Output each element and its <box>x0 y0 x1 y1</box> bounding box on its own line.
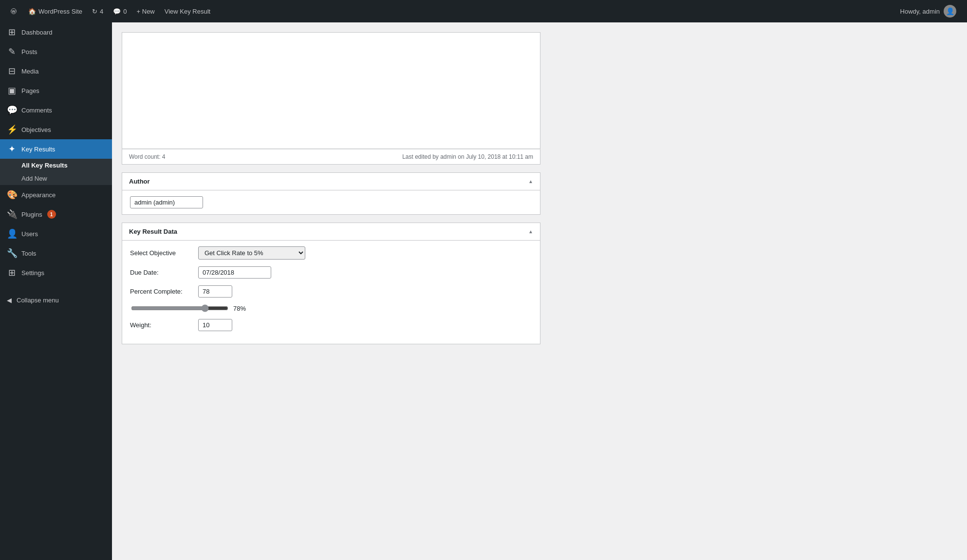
author-panel-title: Author <box>129 178 150 185</box>
key-result-data-title: Key Result Data <box>129 228 177 235</box>
home-icon: 🏠 <box>28 8 36 15</box>
wp-logo[interactable]: W <box>6 3 21 19</box>
percent-complete-label: Percent Complete: <box>130 288 193 295</box>
updates-link[interactable]: ↻ 4 <box>87 0 108 22</box>
admin-bar: W 🏠 WordPress Site ↻ 4 💬 0 + New View Ke… <box>0 0 967 22</box>
due-date-label: Due Date: <box>130 269 193 276</box>
weight-row: Weight: <box>130 319 532 331</box>
main-layout: ⊞ Dashboard ✎ Posts ⊟ Media ▣ Pages 💬 Co… <box>0 22 967 560</box>
sidebar-item-media[interactable]: ⊟ Media <box>0 61 112 81</box>
weight-label: Weight: <box>130 321 193 329</box>
media-icon: ⊟ <box>7 66 17 76</box>
key-results-icon: ✦ <box>7 144 17 154</box>
weight-input[interactable] <box>198 319 232 331</box>
site-name[interactable]: 🏠 WordPress Site <box>23 0 87 22</box>
slider-percent-label: 78% <box>233 305 246 312</box>
author-panel-header: Author ▲ <box>122 173 540 190</box>
key-results-submenu: All Key Results Add New <box>0 159 112 185</box>
objectives-icon: ⚡ <box>7 124 17 135</box>
author-panel: Author ▲ admin (admin) <box>122 172 540 215</box>
dashboard-icon: ⊞ <box>7 27 17 37</box>
author-panel-toggle[interactable]: ▲ <box>528 179 533 184</box>
sidebar-item-users[interactable]: 👤 Users <box>0 224 112 243</box>
pages-icon: ▣ <box>7 85 17 96</box>
posts-icon: ✎ <box>7 46 17 57</box>
tools-icon: 🔧 <box>7 248 17 259</box>
slider-container: 78% <box>130 304 532 312</box>
view-key-result-link[interactable]: View Key Result <box>160 0 215 22</box>
comments-nav-icon: 💬 <box>7 105 17 115</box>
objective-select[interactable]: Get Click Rate to 5% <box>198 246 305 260</box>
users-icon: 👤 <box>7 228 17 239</box>
sidebar-item-appearance[interactable]: 🎨 Appearance <box>0 185 112 205</box>
sidebar-item-comments[interactable]: 💬 Comments <box>0 100 112 120</box>
sidebar-item-key-results[interactable]: ✦ Key Results <box>0 139 112 159</box>
percent-complete-row: Percent Complete: <box>130 285 532 298</box>
sidebar-item-tools[interactable]: 🔧 Tools <box>0 243 112 263</box>
last-edited: Last edited by admin on July 10, 2018 at… <box>402 153 533 160</box>
editor-area[interactable] <box>122 32 540 149</box>
svg-text:W: W <box>12 9 16 14</box>
admin-user-menu[interactable]: Howdy, admin 👤 <box>895 5 961 18</box>
objective-label: Select Objective <box>130 249 193 257</box>
add-new-key-result-link[interactable]: Add New <box>0 172 112 185</box>
author-panel-content: admin (admin) <box>122 190 540 214</box>
sidebar: ⊞ Dashboard ✎ Posts ⊟ Media ▣ Pages 💬 Co… <box>0 22 112 560</box>
new-content-button[interactable]: + New <box>132 0 160 22</box>
editor-footer: Word count: 4 Last edited by admin on Ju… <box>122 149 540 165</box>
key-result-data-content: Select Objective Get Click Rate to 5% Du… <box>122 241 540 344</box>
percent-complete-input[interactable] <box>198 285 232 298</box>
sidebar-item-pages[interactable]: ▣ Pages <box>0 81 112 100</box>
sidebar-item-settings[interactable]: ⊞ Settings <box>0 263 112 282</box>
key-result-data-toggle[interactable]: ▲ <box>528 229 533 234</box>
key-result-data-panel: Key Result Data ▲ Select Objective Get C… <box>122 223 540 344</box>
updates-icon: ↻ <box>92 8 97 15</box>
plugins-badge: 1 <box>47 210 56 219</box>
due-date-input[interactable] <box>198 266 271 279</box>
due-date-row: Due Date: <box>130 266 532 279</box>
author-select[interactable]: admin (admin) <box>130 196 203 208</box>
collapse-icon: ◀ <box>7 297 12 304</box>
sidebar-item-dashboard[interactable]: ⊞ Dashboard <box>0 22 112 42</box>
all-key-results-link[interactable]: All Key Results <box>0 159 112 172</box>
avatar: 👤 <box>944 5 956 18</box>
sidebar-item-objectives[interactable]: ⚡ Objectives <box>0 120 112 139</box>
collapse-menu-button[interactable]: ◀ Collapse menu <box>0 292 112 308</box>
settings-icon: ⊞ <box>7 267 17 278</box>
content-area: Word count: 4 Last edited by admin on Ju… <box>112 22 967 560</box>
content-inner: Word count: 4 Last edited by admin on Ju… <box>112 22 550 372</box>
word-count: Word count: 4 <box>129 153 165 160</box>
percent-slider[interactable] <box>131 304 228 312</box>
sidebar-item-posts[interactable]: ✎ Posts <box>0 42 112 61</box>
comments-link[interactable]: 💬 0 <box>108 0 131 22</box>
key-result-data-panel-header: Key Result Data ▲ <box>122 223 540 241</box>
comments-icon: 💬 <box>113 8 121 15</box>
objective-row: Select Objective Get Click Rate to 5% <box>130 246 532 260</box>
sidebar-item-plugins[interactable]: 🔌 Plugins 1 <box>0 205 112 224</box>
appearance-icon: 🎨 <box>7 189 17 200</box>
plugins-icon: 🔌 <box>7 209 17 220</box>
